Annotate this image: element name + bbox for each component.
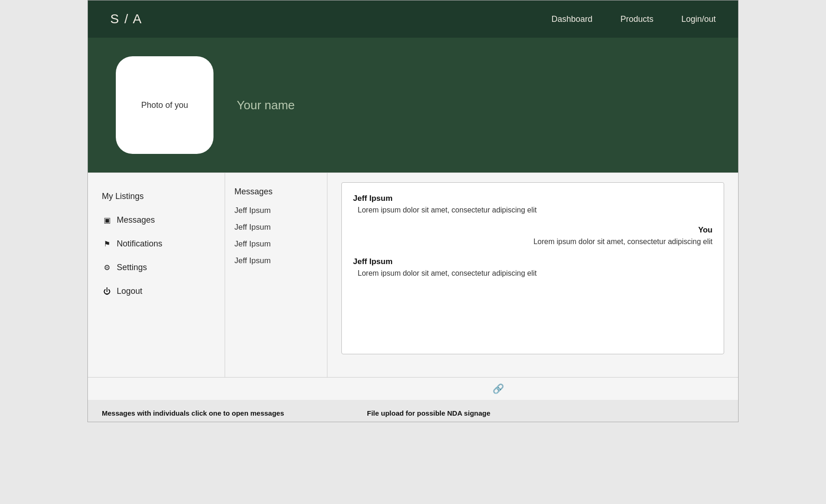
sidebar-label-settings: Settings xyxy=(117,263,147,272)
nav-login[interactable]: Login/out xyxy=(681,14,716,24)
list-item[interactable]: Jeff Ipsum xyxy=(234,206,318,215)
sidebar-label-logout: Logout xyxy=(117,286,142,296)
sidebar-item-settings[interactable]: ⚙ Settings xyxy=(102,263,211,272)
message-block: You Lorem ipsum dolor sit amet, consecte… xyxy=(353,225,713,246)
message-list: Messages Jeff Ipsum Jeff Ipsum Jeff Ipsu… xyxy=(225,173,327,377)
list-item[interactable]: Jeff Ipsum xyxy=(234,239,318,249)
page-wrapper: S / A Dashboard Products Login/out Photo… xyxy=(87,0,739,422)
chat-area: Jeff Ipsum Lorem ipsum dolor sit amet, c… xyxy=(327,173,738,377)
sidebar: My Listings ▣ Messages ⚑ Notifications ⚙… xyxy=(88,173,225,377)
photo-label: Photo of you xyxy=(141,100,188,110)
file-upload-icon[interactable]: 🔗 xyxy=(493,383,504,394)
navbar-links: Dashboard Products Login/out xyxy=(552,14,716,24)
message-text-you: Lorem ipsum dolor sit amet, consectetur … xyxy=(358,238,713,246)
annotation-file-upload: File upload for possible NDA signage xyxy=(367,409,490,417)
nav-products[interactable]: Products xyxy=(620,14,653,24)
message-text: Lorem ipsum dolor sit amet, consectetur … xyxy=(358,206,713,214)
annotations-row: Messages with individuals click one to o… xyxy=(88,400,738,422)
settings-icon: ⚙ xyxy=(102,263,112,272)
hero-section: Photo of you Your name xyxy=(88,38,738,172)
list-item[interactable]: Jeff Ipsum xyxy=(234,256,318,265)
sidebar-item-notifications[interactable]: ⚑ Notifications xyxy=(102,239,211,249)
message-block: Jeff Ipsum Lorem ipsum dolor sit amet, c… xyxy=(353,194,713,214)
logo: S / A xyxy=(110,12,142,27)
sidebar-item-messages[interactable]: ▣ Messages xyxy=(102,215,211,225)
messages-icon: ▣ xyxy=(102,216,112,225)
bottom-bar: 🔗 xyxy=(88,377,738,400)
chat-box: Jeff Ipsum Lorem ipsum dolor sit amet, c… xyxy=(341,182,724,354)
sidebar-item-listings[interactable]: My Listings xyxy=(102,192,211,201)
message-sender-you: You xyxy=(353,225,713,235)
logout-icon: ⏻ xyxy=(102,287,112,296)
list-item[interactable]: Jeff Ipsum xyxy=(234,223,318,232)
nav-dashboard[interactable]: Dashboard xyxy=(552,14,593,24)
sidebar-item-logout[interactable]: ⏻ Logout xyxy=(102,286,211,296)
message-sender: Jeff Ipsum xyxy=(353,257,713,266)
message-text: Lorem ipsum dolor sit amet, consectetur … xyxy=(358,269,713,278)
message-block: Jeff Ipsum Lorem ipsum dolor sit amet, c… xyxy=(353,257,713,278)
annotation-messages: Messages with individuals click one to o… xyxy=(102,409,367,417)
photo-placeholder: Photo of you xyxy=(116,56,213,154)
navbar: S / A Dashboard Products Login/out xyxy=(88,0,738,38)
notifications-icon: ⚑ xyxy=(102,239,112,248)
user-name: Your name xyxy=(237,98,295,113)
message-list-header: Messages xyxy=(234,187,318,197)
main-content: My Listings ▣ Messages ⚑ Notifications ⚙… xyxy=(88,172,738,377)
message-sender: Jeff Ipsum xyxy=(353,194,713,203)
sidebar-label-listings: My Listings xyxy=(102,192,144,201)
sidebar-label-messages: Messages xyxy=(117,215,155,225)
sidebar-label-notifications: Notifications xyxy=(117,239,162,249)
